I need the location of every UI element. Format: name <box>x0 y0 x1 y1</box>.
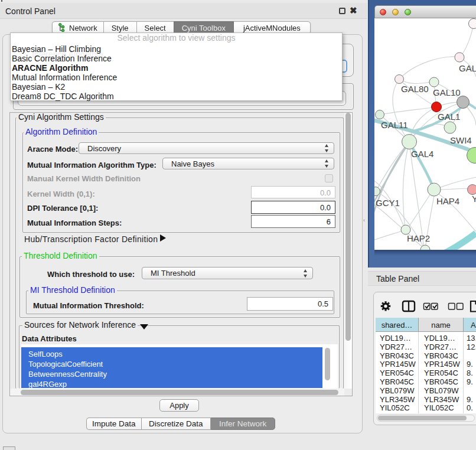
svg-text:Y: Y <box>472 194 476 204</box>
svg-text:GAL1: GAL1 <box>438 112 460 122</box>
svg-text:GAL7: GAL7 <box>459 63 476 73</box>
svg-text:GAL10: GAL10 <box>433 87 461 97</box>
svg-text:HAP4: HAP4 <box>436 196 459 206</box>
svg-text:GCY1: GCY1 <box>376 198 400 208</box>
svg-text:GAL80: GAL80 <box>401 84 429 94</box>
svg-text:SWI4: SWI4 <box>450 135 472 145</box>
svg-text:GAL4: GAL4 <box>411 149 433 159</box>
svg-text:GAL11: GAL11 <box>381 120 408 130</box>
svg-text:HAP2: HAP2 <box>407 233 430 243</box>
